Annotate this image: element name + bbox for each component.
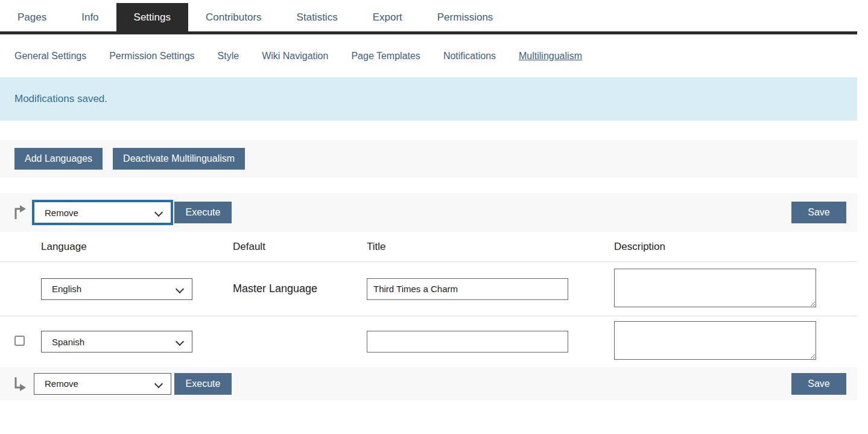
add-languages-button[interactable]: Add Languages xyxy=(14,148,103,170)
subnav-permission-settings[interactable]: Permission Settings xyxy=(109,51,194,62)
settings-subnav: General Settings Permission Settings Sty… xyxy=(0,34,857,77)
bulk-toolbar-bottom: Remove Execute Save xyxy=(0,367,857,400)
tab-permissions[interactable]: Permissions xyxy=(420,3,511,31)
deactivate-multilingualism-button[interactable]: Deactivate Multilingualism xyxy=(113,148,245,170)
bulk-action-select-top-wrap: Remove xyxy=(34,202,171,223)
row1-language-select-wrap: English xyxy=(41,278,192,300)
tab-statistics[interactable]: Statistics xyxy=(279,3,355,31)
header-title: Title xyxy=(367,241,614,253)
row2-description-textarea[interactable] xyxy=(614,321,816,360)
row2-select-checkbox[interactable] xyxy=(14,336,25,346)
header-default: Default xyxy=(233,241,367,253)
tab-export[interactable]: Export xyxy=(355,3,420,31)
save-button-top[interactable]: Save xyxy=(791,202,846,223)
page: Pages Info Settings Contributors Statist… xyxy=(0,3,857,400)
bulk-action-select-top[interactable]: Remove xyxy=(34,202,171,223)
subnav-multilingualism[interactable]: Multilingualism xyxy=(519,51,582,62)
subnav-wiki-navigation[interactable]: Wiki Navigation xyxy=(262,51,328,62)
tab-info[interactable]: Info xyxy=(64,3,116,31)
subnav-notifications[interactable]: Notifications xyxy=(443,51,496,62)
success-banner-message: Modifications saved. xyxy=(14,93,107,105)
header-description: Description xyxy=(614,241,857,253)
row1-title-input[interactable] xyxy=(367,278,568,300)
row2-title-input[interactable] xyxy=(367,331,568,353)
tab-contributors[interactable]: Contributors xyxy=(188,3,279,31)
row1-description-textarea[interactable] xyxy=(614,269,816,307)
actions-strip: Add Languages Deactivate Multilingualism xyxy=(0,140,857,177)
bulk-action-select-bottom[interactable]: Remove xyxy=(34,373,171,395)
row2-language-select[interactable]: Spanish xyxy=(41,331,192,353)
tab-settings[interactable]: Settings xyxy=(116,3,188,31)
bulk-toolbar-top: Remove Execute Save xyxy=(0,193,857,232)
languages-table-header: Language Default Title Description xyxy=(0,232,857,262)
master-language-label: Master Language xyxy=(233,282,367,295)
header-language: Language xyxy=(41,241,233,253)
subnav-style[interactable]: Style xyxy=(218,51,239,62)
execute-button-bottom[interactable]: Execute xyxy=(174,373,232,395)
success-banner: Modifications saved. xyxy=(0,77,857,121)
arrow-up-right-icon xyxy=(12,204,27,221)
table-row-spanish: Spanish xyxy=(0,316,857,367)
tab-pages[interactable]: Pages xyxy=(0,3,64,31)
subnav-general-settings[interactable]: General Settings xyxy=(14,51,86,62)
row2-language-select-wrap: Spanish xyxy=(41,331,192,353)
main-tab-bar: Pages Info Settings Contributors Statist… xyxy=(0,3,857,34)
row1-language-select[interactable]: English xyxy=(41,278,192,300)
bulk-action-select-bottom-wrap: Remove xyxy=(34,373,171,395)
table-row-master-language: English Master Language xyxy=(0,262,857,316)
execute-button-top[interactable]: Execute xyxy=(174,202,232,223)
arrow-down-right-icon xyxy=(12,375,27,392)
subnav-page-templates[interactable]: Page Templates xyxy=(351,51,420,62)
save-button-bottom[interactable]: Save xyxy=(791,373,846,395)
